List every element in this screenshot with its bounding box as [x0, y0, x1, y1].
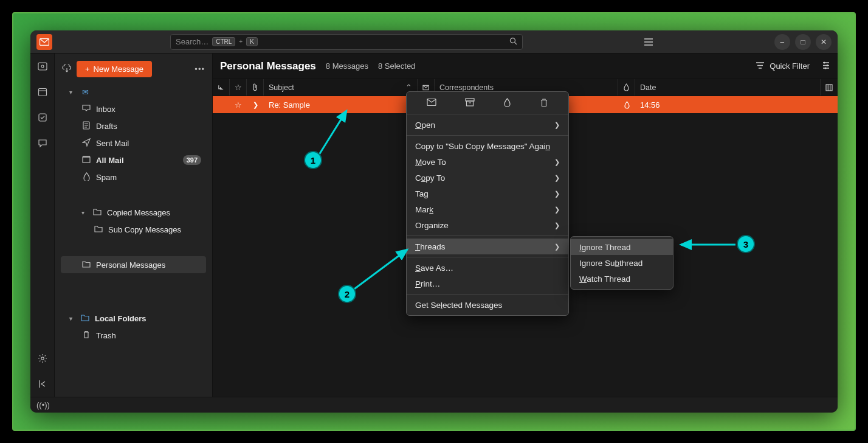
folder-pane-menu[interactable]: ••• — [195, 65, 205, 74]
folder-spam[interactable]: Spam — [61, 169, 206, 186]
new-message-label: New Message — [94, 65, 143, 74]
app-icon[interactable] — [36, 34, 52, 50]
folder-drafts[interactable]: Drafts — [61, 117, 206, 134]
star-toggle[interactable]: ☆ — [230, 100, 247, 110]
ctx-threads[interactable]: Threads❯ — [407, 239, 568, 254]
svg-point-11 — [41, 357, 43, 360]
folder-all-mail[interactable]: All Mail 397 — [61, 152, 206, 169]
folder-label: Personal Messages — [96, 260, 165, 270]
col-picker[interactable] — [821, 79, 838, 96]
row-subject: Re: Sample — [264, 100, 418, 110]
sent-icon — [81, 138, 91, 148]
col-date[interactable]: Date — [635, 79, 821, 96]
folder-label: Inbox — [96, 105, 115, 114]
ctx-copy-again[interactable]: Copy to "Sub Copy Messages" Again — [407, 138, 568, 154]
folder-icon — [92, 208, 102, 217]
plus-icon: + — [85, 65, 90, 74]
svg-point-27 — [824, 61, 825, 63]
col-spam[interactable] — [618, 79, 635, 96]
ctx-tag[interactable]: Tag❯ — [407, 186, 568, 201]
mail-space-icon[interactable] — [37, 61, 48, 72]
folder-label: Sent Mail — [96, 139, 129, 148]
local-folders[interactable]: ▾ Local Folders — [61, 310, 206, 327]
folder-label: All Mail — [96, 156, 124, 165]
folder-inbox[interactable]: Inbox — [61, 100, 206, 117]
ctx-move-to[interactable]: Move To❯ — [407, 154, 568, 170]
message-count: 8 Messages — [326, 61, 368, 71]
calendar-space-icon[interactable] — [37, 86, 48, 97]
quickfilter-label[interactable]: Quick Filter — [770, 61, 810, 71]
col-attachment[interactable] — [247, 79, 264, 96]
annotation-marker-1: 1 — [304, 151, 322, 169]
folder-icon — [81, 260, 91, 270]
window-controls: ‒ □ ✕ — [774, 34, 832, 50]
ctx-junk-icon[interactable] — [503, 98, 511, 109]
app-menu-button[interactable] — [641, 34, 656, 50]
col-star[interactable]: ☆ — [230, 79, 247, 96]
svg-rect-31 — [826, 85, 832, 91]
settings-icon[interactable] — [37, 353, 48, 364]
folder-copied-messages[interactable]: ▾ Copied Messages — [61, 204, 206, 221]
svg-rect-8 — [38, 89, 46, 96]
online-status-icon[interactable]: ((•)) — [36, 400, 50, 410]
maximize-button[interactable]: □ — [795, 34, 811, 50]
folder-trash[interactable]: Trash — [61, 327, 206, 344]
ctx-copy-to[interactable]: Copy To❯ — [407, 170, 568, 186]
col-subject-label: Subject — [269, 83, 294, 92]
allmail-icon — [81, 156, 91, 165]
threads-submenu: Ignore Thread Ignore Subthread Watch Thr… — [570, 236, 673, 290]
col-subject[interactable]: Subject ⌃ — [264, 79, 418, 96]
ctx-archive-icon[interactable] — [465, 98, 475, 109]
ctx-open[interactable]: Open❯ — [407, 117, 568, 133]
drafts-icon — [81, 121, 91, 131]
folder-sub-copy[interactable]: Sub Copy Messages — [61, 221, 206, 238]
ctx-get-selected[interactable]: Get Selected Messages — [407, 297, 568, 313]
folder-sent[interactable]: Sent Mail — [61, 134, 206, 152]
spaces-rail — [30, 54, 55, 397]
expand-thread[interactable]: ❯ — [247, 101, 264, 109]
minimize-button[interactable]: ‒ — [774, 34, 790, 50]
submenu-watch-thread[interactable]: Watch Thread — [571, 271, 673, 287]
folder-label: Drafts — [96, 122, 117, 131]
selected-count: 8 Selected — [378, 61, 415, 71]
new-message-button[interactable]: + New Message — [77, 61, 152, 77]
tasks-space-icon[interactable] — [37, 112, 48, 123]
folder-label: Spam — [96, 173, 117, 182]
col-thread[interactable] — [213, 79, 230, 96]
chevron-down-icon: ▾ — [69, 89, 75, 96]
submenu-ignore-subthread[interactable]: Ignore Subthread — [571, 255, 673, 271]
get-messages-icon[interactable] — [62, 64, 72, 74]
ctx-mark[interactable]: Mark❯ — [407, 201, 568, 217]
chevron-down-icon: ▾ — [69, 315, 75, 322]
svg-rect-36 — [467, 101, 474, 106]
display-options-icon[interactable] — [822, 61, 830, 71]
quickfilter-icon[interactable] — [756, 61, 765, 71]
chat-space-icon[interactable] — [37, 138, 48, 148]
col-date-label: Date — [640, 83, 656, 92]
status-bar: ((•)) — [30, 397, 838, 413]
svg-rect-6 — [38, 63, 47, 70]
ctx-delete-icon[interactable] — [540, 98, 548, 109]
folder-icon — [80, 314, 90, 323]
svg-rect-10 — [39, 114, 46, 121]
ctx-organize[interactable]: Organize❯ — [407, 217, 568, 233]
ctx-mark-unread-icon[interactable] — [427, 98, 436, 109]
submenu-ignore-thread[interactable]: Ignore Thread — [571, 239, 673, 255]
folder-label: Sub Copy Messages — [108, 225, 181, 234]
ctx-print[interactable]: Print… — [407, 276, 568, 291]
ctx-save-as[interactable]: Save As… — [407, 260, 568, 276]
global-search[interactable]: Search… CTRL + K — [170, 34, 523, 50]
row-date: 14:56 — [635, 100, 821, 110]
folder-icon — [94, 225, 103, 234]
titlebar: Search… CTRL + K ‒ □ ✕ — [30, 30, 838, 54]
search-placeholder: Search… — [176, 37, 208, 46]
account-row[interactable]: ▾ ✉ — [61, 83, 206, 100]
folder-title: Personal Messages — [220, 60, 316, 72]
collapse-rail-icon[interactable] — [37, 378, 48, 389]
inbox-icon — [81, 105, 91, 114]
close-button[interactable]: ✕ — [816, 34, 832, 50]
folder-personal-messages[interactable]: Personal Messages — [61, 256, 206, 273]
annotation-marker-3: 3 — [737, 235, 755, 253]
unread-badge: 397 — [183, 155, 201, 165]
kbd-ctrl: CTRL — [212, 37, 235, 46]
